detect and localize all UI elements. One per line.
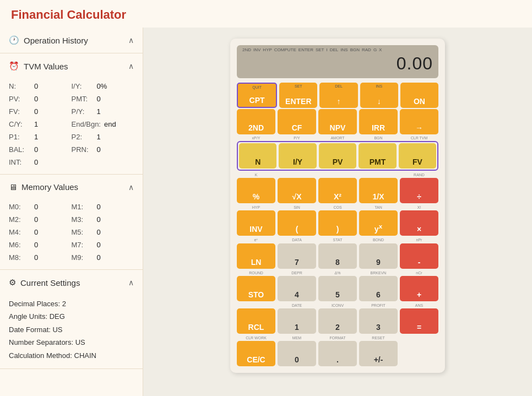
on-button[interactable]: ON <box>400 83 438 108</box>
pmt-button[interactable]: PMT <box>359 143 396 169</box>
inv-button[interactable]: INV <box>237 210 275 236</box>
irr-button[interactable]: IRR <box>359 109 398 134</box>
1-button[interactable]: 1 <box>278 308 316 334</box>
mem-row-m0: M0: 0 <box>9 202 72 212</box>
memory-section: 🖥 Memory Values ∧ M0: 0 M1: 0 M2: 0 <box>0 175 143 270</box>
7-button[interactable]: 7 <box>278 243 316 269</box>
tvm-row-pmt: PMT: 0 <box>72 94 134 104</box>
mem-row-m4: M4: 0 <box>9 227 72 237</box>
plusminus-button[interactable]: +/- <box>359 341 398 366</box>
ln-button[interactable]: LN <box>237 243 275 269</box>
0-button[interactable]: 0 <box>278 341 316 366</box>
lparen-button[interactable]: ( <box>278 210 316 236</box>
memory-header[interactable]: 🖥 Memory Values ∧ <box>0 175 143 199</box>
mem-row-m3: M3: 0 <box>72 214 134 225</box>
cpt-button[interactable]: QUIT CPT <box>237 83 277 108</box>
tvm-row-endbgn: End/Bgn: end <box>72 119 134 129</box>
empty-slot <box>400 341 438 366</box>
settings-icon: ⚙ <box>9 278 16 287</box>
ln-sublabels: eˣ DATA STAT BOND nPr <box>237 237 438 242</box>
npv-button[interactable]: NPV <box>318 109 357 134</box>
6-button[interactable]: 6 <box>359 276 398 301</box>
rcl-button[interactable]: RCL <box>237 308 275 334</box>
tvm-row-pv: PV: 0 <box>9 94 72 104</box>
display-top-labels: 2ND INV HYP COMPUTE ENTER SET I DEL INS … <box>242 47 433 52</box>
button-row-8: RCL 1 2 3 = <box>237 308 438 334</box>
sto-sublabels: ROUND DEPR Δ% BRKEVN nCr <box>237 270 438 275</box>
2nd-button[interactable]: 2ND <box>237 109 275 134</box>
tvm-row-prn: PRN: 0 <box>72 144 134 155</box>
button-row-7: STO 4 5 6 + <box>237 276 438 301</box>
9-button[interactable]: 9 <box>359 243 398 269</box>
settings-chevron: ∧ <box>128 278 134 287</box>
enter-button[interactable]: SET ENTER <box>279 83 317 108</box>
rparen-button[interactable]: ) <box>318 210 357 236</box>
sto-button[interactable]: STO <box>237 276 275 301</box>
button-row-5: INV ( ) yx × <box>237 210 438 236</box>
yx-button[interactable]: yx <box>359 210 398 236</box>
setting-calc: Calculation Method: CHAIN <box>9 349 134 362</box>
memory-grid: M0: 0 M1: 0 M2: 0 M3: 0 M4: 0 <box>0 199 143 269</box>
tvm-header[interactable]: ⏰ TVM Values ∧ <box>0 53 143 79</box>
cec-button[interactable]: CE/C <box>237 341 275 366</box>
app-title: Financial Calculator <box>0 0 532 28</box>
iy-button[interactable]: I/Y <box>279 143 316 169</box>
tvm-row-bal: BAL: 0 <box>9 144 72 155</box>
cf-button[interactable]: CF <box>278 109 316 134</box>
tvm-icon: ⏰ <box>9 61 19 71</box>
calculator-area: 2ND INV HYP COMPUTE ENTER SET I DEL INS … <box>143 28 532 396</box>
plus-button[interactable]: + <box>400 276 438 301</box>
history-icon: 🕐 <box>9 35 19 45</box>
mem-row-m2: M2: 0 <box>9 214 72 225</box>
mem-row-m6: M6: 0 <box>9 240 72 250</box>
tvm-chevron: ∧ <box>128 62 134 70</box>
down-button[interactable]: INS ↓ <box>360 83 398 108</box>
fv-button[interactable]: FV <box>399 143 436 169</box>
minus-button[interactable]: - <box>400 243 438 269</box>
eq-button[interactable]: = <box>400 308 438 334</box>
button-row-1: QUIT CPT SET ENTER DEL ↑ INS ↓ <box>237 83 438 108</box>
button-row-3: N I/Y PV PMT FV <box>237 141 438 171</box>
operation-history-header[interactable]: 🕐 Operation History ∧ <box>0 28 143 53</box>
settings-header[interactable]: ⚙ Current Settings ∧ <box>0 270 143 295</box>
5-button[interactable]: 5 <box>318 276 357 301</box>
operation-history-chevron: ∧ <box>128 36 134 45</box>
tvm-row-n: N: 0 <box>9 81 72 91</box>
operation-history-section: 🕐 Operation History ∧ <box>0 28 143 53</box>
button-row-9: CE/C 0 . +/- <box>237 341 438 366</box>
cec-sublabels: CLR WORK MEM FORMAT RESET <box>237 335 438 340</box>
tvm-grid: N: 0 I/Y: 0% PV: 0 PMT: 0 FV: 0 <box>0 79 143 174</box>
inv-x-button[interactable]: 1/X <box>359 178 398 203</box>
mem-row-m8: M8: 0 <box>9 252 72 263</box>
calc-display: 2ND INV HYP COMPUTE ENTER SET I DEL INS … <box>237 45 438 78</box>
button-row-4: % √X X² 1/X ÷ <box>237 178 438 203</box>
tvm-row-p2: P2: 1 <box>72 132 134 142</box>
up-button[interactable]: DEL ↑ <box>319 83 357 108</box>
3-button[interactable]: 3 <box>359 308 398 334</box>
tvm-row-iy: I/Y: 0% <box>72 81 134 91</box>
pct-button[interactable]: % <box>237 178 275 203</box>
setting-decimal: Decimal Places: 2 <box>9 297 134 310</box>
settings-content: Decimal Places: 2 Angle Units: DEG Date … <box>0 295 143 368</box>
div-button[interactable]: ÷ <box>400 178 438 203</box>
tvm-row-int: INT: 0 <box>9 157 72 167</box>
memory-icon: 🖥 <box>9 182 17 192</box>
calculator: 2ND INV HYP COMPUTE ENTER SET I DEL INS … <box>230 39 445 373</box>
mul-button[interactable]: × <box>400 210 438 236</box>
arrow-button[interactable]: → <box>400 109 438 134</box>
x2-button[interactable]: X² <box>318 178 357 203</box>
mem-row-m9: M9: 0 <box>72 252 134 263</box>
rcl-sublabels: DATE ICONV PROFIT ANS <box>237 302 438 307</box>
2-button[interactable]: 2 <box>318 308 357 334</box>
n-button[interactable]: N <box>239 143 276 169</box>
4-button[interactable]: 4 <box>278 276 316 301</box>
pv-button[interactable]: PV <box>319 143 356 169</box>
setting-separator: Number Separators: US <box>9 336 134 349</box>
sqrt-button[interactable]: √X <box>278 178 316 203</box>
8-button[interactable]: 8 <box>318 243 357 269</box>
dot-button[interactable]: . <box>318 341 357 366</box>
memory-chevron: ∧ <box>128 183 134 192</box>
display-value: 0.00 <box>242 53 433 74</box>
inv-sublabels: HYP SIN COS TAN X! <box>237 204 438 209</box>
mem-row-m1: M1: 0 <box>72 202 134 212</box>
